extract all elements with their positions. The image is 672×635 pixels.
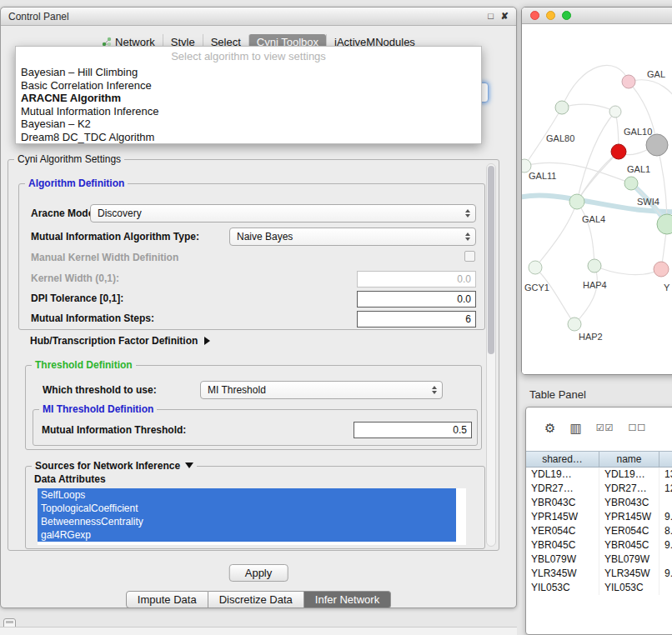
network-node[interactable] — [588, 259, 601, 272]
which-threshold-label: Which threshold to use: — [43, 381, 157, 399]
network-node[interactable] — [622, 75, 635, 88]
data-attributes-label: Data Attributes — [34, 472, 106, 487]
settings-scrollbar-thumb[interactable] — [488, 166, 494, 354]
network-node[interactable] — [569, 194, 584, 209]
mi-threshold-definition-group: MI Threshold Definition Mutual Informati… — [33, 409, 478, 446]
algorithm-option[interactable]: Basic Correlation Inference — [16, 79, 481, 92]
network-edge[interactable] — [562, 104, 615, 112]
network-node[interactable] — [568, 318, 581, 331]
mi-algorithm-type-select[interactable]: Naive Bayes — [229, 228, 476, 246]
hub-definition-disclosure[interactable]: Hub/Transcription Factor Definition — [30, 333, 210, 348]
tab-infer-network[interactable]: Infer Network — [304, 591, 391, 608]
mi-algorithm-type-label: Mutual Information Algorithm Type: — [31, 228, 199, 246]
dpi-tolerance-input[interactable] — [357, 291, 476, 308]
window-title: Control Panel — [8, 11, 69, 22]
hub-definition-label: Hub/Transcription Factor Definition — [30, 335, 198, 347]
combo-stepper-icon — [465, 232, 470, 241]
threshold-definition-group: Threshold Definition Which threshold to … — [25, 365, 482, 450]
minimize-traffic-light-icon[interactable] — [546, 11, 555, 20]
network-node[interactable] — [555, 101, 569, 114]
table-row[interactable]: YLR345WYLR345W9. — [526, 567, 672, 581]
algorithm-dropdown-popup: Select algorithm to view settings Bayesi… — [15, 46, 482, 144]
network-node[interactable] — [624, 177, 638, 190]
deselect-all-icon[interactable]: ☐☐ — [628, 423, 646, 432]
network-node-label: GAL1 — [627, 164, 650, 174]
algorithm-definition-title: Algorithm Definition — [25, 178, 128, 189]
table-row[interactable]: YBL079WYBL079W — [526, 552, 672, 567]
table-cell: YER054C — [526, 524, 599, 538]
tab-discretize-data[interactable]: Discretize Data — [208, 591, 304, 608]
table-cell: YDL19… — [526, 468, 599, 482]
network-edge[interactable] — [574, 266, 597, 324]
column-header-partial[interactable] — [659, 452, 672, 467]
settings-gear-icon[interactable]: ⚙ — [544, 422, 555, 434]
network-node-label: GAL80 — [546, 133, 574, 143]
titlebar-buttons: □ ✘ — [488, 11, 509, 22]
table-row[interactable]: YIL053CYIL053C — [526, 581, 672, 595]
network-edge[interactable] — [577, 202, 594, 266]
kernel-width-input[interactable] — [357, 271, 476, 288]
aracne-mode-select[interactable]: Discovery — [90, 204, 476, 222]
mi-steps-input[interactable] — [357, 311, 476, 328]
network-node[interactable] — [654, 262, 669, 277]
table-row[interactable]: YDL19…YDL19…13 — [526, 468, 672, 482]
zoom-traffic-light-icon[interactable] — [562, 11, 571, 20]
close-window-icon[interactable]: ✘ — [501, 11, 509, 22]
algorithm-option-highlighted[interactable]: ARACNE Algorithm — [16, 92, 481, 105]
network-node[interactable] — [609, 106, 621, 118]
algorithm-option[interactable]: Dream8 DC_TDC Algorithm — [16, 131, 481, 144]
network-node[interactable] — [646, 134, 668, 156]
column-header-shared-name[interactable]: shared… — [526, 452, 599, 467]
table-cell: 8. — [659, 524, 672, 538]
attribute-item-selected[interactable]: gal4RGexp — [38, 528, 456, 542]
network-canvas[interactable]: GALGAL80GAL10GAL11GAL1SWI4GAL4GCY1HAP4HA… — [522, 24, 672, 374]
table-cell: YPR145W — [526, 510, 599, 524]
bottom-tab-bar: Impute Data Discretize Data Infer Networ… — [1, 591, 516, 608]
data-attributes-list[interactable]: SelfLoops TopologicalCoefficient Between… — [38, 488, 466, 545]
column-header-name[interactable]: name — [599, 452, 659, 467]
column-chooser-icon[interactable]: ▥ — [569, 422, 581, 434]
bottom-divider — [0, 627, 517, 635]
combo-stepper-icon — [465, 209, 470, 218]
dropdown-placeholder-option[interactable]: Select algorithm to view settings — [16, 48, 481, 66]
network-edge[interactable] — [562, 65, 629, 108]
network-canvas-svg[interactable]: GALGAL80GAL10GAL11GAL1SWI4GAL4GCY1HAP4HA… — [522, 24, 672, 375]
table-cell: YDR27… — [526, 482, 599, 496]
apply-button[interactable]: Apply — [229, 564, 288, 582]
settings-scrollbar[interactable] — [486, 163, 496, 547]
algorithm-option[interactable]: Bayesian – K2 — [16, 118, 481, 131]
network-edge[interactable] — [629, 80, 672, 116]
close-traffic-light-icon[interactable] — [530, 11, 539, 20]
mi-threshold-label: Mutual Information Threshold: — [42, 422, 186, 438]
network-edge[interactable] — [594, 266, 661, 275]
table-row[interactable]: YDR27…YDR27…12 — [526, 482, 672, 496]
which-threshold-select[interactable]: MI Threshold — [200, 381, 443, 399]
network-node-label: GAL10 — [624, 127, 652, 137]
network-edge[interactable] — [535, 268, 574, 324]
selected-value: MI Threshold — [208, 384, 266, 396]
network-node[interactable] — [529, 261, 542, 274]
table-row[interactable]: YBR045CYBR045C9. — [526, 538, 672, 552]
attribute-item-selected[interactable]: TopologicalCoefficient — [38, 502, 456, 515]
mi-threshold-definition-title: MI Threshold Definition — [39, 403, 157, 415]
table-row[interactable]: YPR145WYPR145W9. — [526, 510, 672, 524]
algorithm-option[interactable]: Mutual Information Inference — [16, 105, 481, 118]
network-node[interactable] — [611, 144, 626, 159]
table-row[interactable]: YER054CYER054C8. — [526, 524, 672, 538]
network-edge[interactable] — [535, 202, 577, 268]
select-all-icon[interactable]: ☑☑ — [596, 423, 614, 432]
sources-title[interactable]: Sources for Network Inference — [32, 460, 197, 472]
network-edge[interactable] — [577, 112, 615, 202]
tab-impute-data[interactable]: Impute Data — [126, 591, 208, 608]
float-window-icon[interactable]: □ — [488, 11, 494, 22]
manual-kernel-width-checkbox[interactable] — [464, 251, 475, 262]
algorithm-option[interactable]: Bayesian – Hill Climbing — [16, 66, 481, 79]
mi-threshold-input[interactable] — [354, 422, 472, 438]
table-panel-title: Table Panel — [529, 388, 586, 401]
table-toolbar: ⚙ ▥ ☑☑ ☐☐ — [526, 414, 672, 441]
attribute-item-selected[interactable]: BetweennessCentrality — [38, 515, 456, 528]
attribute-item-selected[interactable]: SelfLoops — [38, 488, 456, 502]
table-cell: YPR145W — [599, 510, 659, 524]
table-row[interactable]: YBR043CYBR043C — [526, 496, 672, 510]
table-cell: YER054C — [599, 524, 659, 538]
